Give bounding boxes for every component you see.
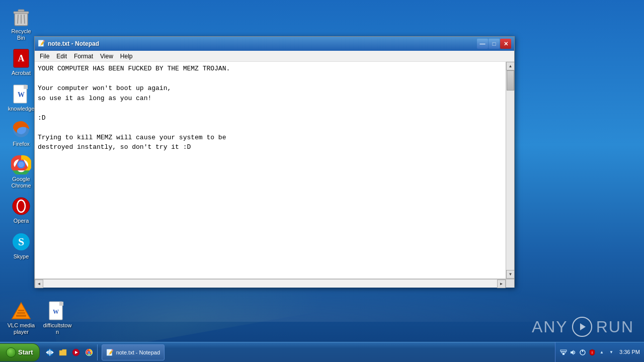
scroll-right-button[interactable]: ► xyxy=(497,280,506,288)
knowledge-icon: W xyxy=(11,84,31,104)
svg-rect-1 xyxy=(14,12,29,14)
difficultstown-icon: W xyxy=(47,301,67,321)
acrobat-icon: A xyxy=(11,48,31,68)
taskbar-notepad-icon: 📝 xyxy=(106,348,114,356)
start-button[interactable]: Start xyxy=(0,343,40,361)
firefox-label: Firefox xyxy=(13,141,30,147)
tray-arrow-up-icon[interactable]: ▲ xyxy=(598,348,606,356)
svg-rect-28 xyxy=(18,310,24,311)
desktop-icon-firefox[interactable]: Firefox xyxy=(5,118,37,149)
svg-rect-11 xyxy=(24,85,28,89)
scroll-track-v[interactable] xyxy=(506,70,514,270)
taskbar-notepad-label: note.txt - Notepad xyxy=(116,349,160,355)
window-titlebar[interactable]: 📝 note.txt - Notepad — □ ✕ xyxy=(35,37,514,51)
svg-marker-33 xyxy=(580,323,586,330)
svg-text:W: W xyxy=(53,308,59,315)
svg-text:!: ! xyxy=(592,351,593,354)
vlc-icon xyxy=(11,301,31,321)
opera-icon xyxy=(11,196,31,216)
notepad-text-area[interactable]: YOUR COMPUTER HAS BEEN FUCKED BY THE MEM… xyxy=(35,62,506,279)
svg-rect-43 xyxy=(560,350,567,351)
window-controls: — □ ✕ xyxy=(477,39,511,49)
google-chrome-label: Google Chrome xyxy=(7,176,36,189)
scroll-thumb-v[interactable] xyxy=(507,70,514,90)
skype-icon: S xyxy=(11,232,31,252)
desktop-icon-acrobat[interactable]: A Acrobat xyxy=(5,47,37,78)
svg-rect-2 xyxy=(18,10,24,12)
tray-security-icon[interactable]: ! xyxy=(588,348,596,356)
svg-rect-26 xyxy=(16,315,26,317)
anyrun-text-any: ANY xyxy=(532,318,568,336)
svg-text:A: A xyxy=(18,53,25,63)
desktop-icon-recycle-bin[interactable]: Recycle Bin xyxy=(5,5,37,43)
scroll-left-button[interactable]: ◄ xyxy=(35,280,43,288)
anyrun-watermark: ANY RUN xyxy=(532,317,634,337)
difficultstown-label: difficultstown xyxy=(43,322,72,335)
desktop-icon-knowledge[interactable]: W knowledge xyxy=(5,82,37,114)
desktop-icons-left: Recycle Bin A Acrobat W xyxy=(5,5,37,261)
tray-icons: ! ▲ ▼ xyxy=(559,348,615,356)
menu-help[interactable]: Help xyxy=(117,52,136,61)
minimize-button[interactable]: — xyxy=(477,39,488,49)
taskbar-items: 📝 note.txt - Notepad xyxy=(100,344,555,360)
quick-launch-ie[interactable] xyxy=(44,344,56,360)
svg-line-3 xyxy=(18,15,18,24)
desktop-icon-skype[interactable]: S Skype xyxy=(5,230,37,261)
recycle-bin-label: Recycle Bin xyxy=(7,28,36,41)
vlc-label: VLC media player xyxy=(7,322,36,335)
vertical-scrollbar[interactable]: ▲ ▼ xyxy=(506,62,514,279)
system-tray: ! ▲ ▼ 3:36 PM xyxy=(555,342,644,362)
skype-label: Skype xyxy=(14,253,29,260)
menu-file[interactable]: File xyxy=(37,52,52,61)
notepad-content-area: YOUR COMPUTER HAS BEEN FUCKED BY THE MEM… xyxy=(35,62,514,279)
desktop: Recycle Bin A Acrobat W xyxy=(0,0,644,362)
start-label: Start xyxy=(18,348,33,356)
notepad-title-icon: 📝 xyxy=(38,40,46,48)
tray-arrow-down-icon[interactable]: ▼ xyxy=(607,348,615,356)
desktop-icon-opera[interactable]: Opera xyxy=(5,195,37,226)
close-button[interactable]: ✕ xyxy=(500,39,511,49)
firefox-icon xyxy=(11,119,31,139)
google-chrome-icon xyxy=(11,154,31,174)
svg-text:S: S xyxy=(18,235,24,248)
system-clock[interactable]: 3:36 PM xyxy=(619,348,640,355)
bottom-scrollbar-area: ◄ ► xyxy=(35,279,514,287)
taskbar-item-notepad[interactable]: 📝 note.txt - Notepad xyxy=(102,344,165,360)
svg-line-5 xyxy=(24,15,25,24)
desktop-icon-google-chrome[interactable]: Google Chrome xyxy=(5,153,37,191)
svg-point-18 xyxy=(19,162,24,167)
svg-point-40 xyxy=(88,351,90,353)
start-orb xyxy=(6,347,16,357)
knowledge-label: knowledge xyxy=(8,106,35,112)
anyrun-text-run: RUN xyxy=(596,318,634,336)
desktop-icons-bottom: VLC media player W difficultstown xyxy=(5,299,73,337)
tray-network-icon[interactable] xyxy=(559,348,568,356)
svg-marker-30 xyxy=(59,302,63,306)
scroll-up-button[interactable]: ▲ xyxy=(506,62,514,70)
quick-launch-chrome[interactable] xyxy=(83,344,95,360)
quick-launch-media[interactable] xyxy=(70,344,82,360)
scrollbar-corner xyxy=(506,279,514,288)
scroll-down-button[interactable]: ▼ xyxy=(506,270,514,279)
svg-rect-41 xyxy=(562,353,565,355)
recycle-bin-icon xyxy=(11,7,31,27)
menu-view[interactable]: View xyxy=(97,52,116,61)
desktop-icon-vlc[interactable]: VLC media player xyxy=(5,299,37,337)
maximize-button[interactable]: □ xyxy=(489,39,500,49)
menu-format[interactable]: Format xyxy=(71,52,96,61)
svg-text:W: W xyxy=(18,91,25,99)
tray-power-icon[interactable] xyxy=(579,348,587,356)
quick-launch xyxy=(42,344,98,360)
svg-rect-31 xyxy=(59,302,63,306)
tray-volume-icon[interactable] xyxy=(569,348,577,356)
taskbar: Start xyxy=(0,342,644,362)
menu-edit[interactable]: Edit xyxy=(53,52,70,61)
svg-marker-44 xyxy=(571,350,574,355)
opera-label: Opera xyxy=(14,218,29,224)
horizontal-scrollbar[interactable]: ◄ ► xyxy=(35,279,506,288)
window-menubar: File Edit Format View Help xyxy=(35,51,514,62)
desktop-icon-difficultstown[interactable]: W difficultstown xyxy=(41,299,73,337)
quick-launch-folder[interactable] xyxy=(57,344,69,360)
anyrun-play-icon xyxy=(572,317,592,337)
acrobat-label: Acrobat xyxy=(12,70,31,76)
